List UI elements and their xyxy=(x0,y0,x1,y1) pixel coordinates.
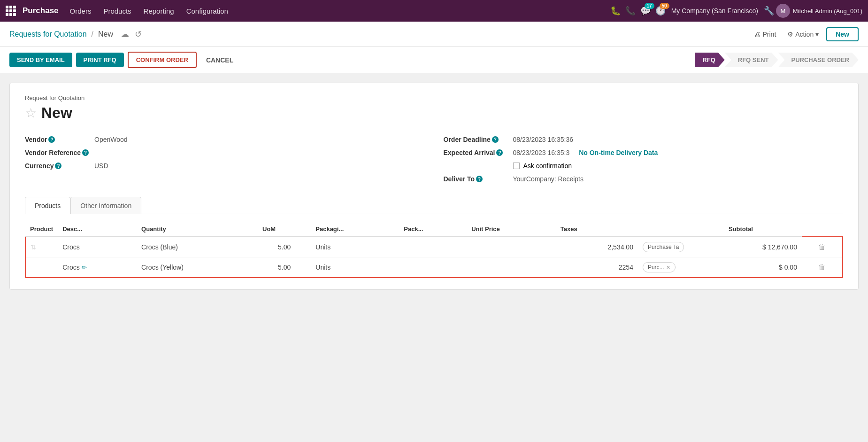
chat-icon[interactable]: 💬 17 xyxy=(640,6,651,16)
col-quantity: Quantity xyxy=(137,222,258,237)
deliver-to-value[interactable]: YourCompany: Receipts xyxy=(513,175,584,183)
vendor-ref-help[interactable]: ? xyxy=(82,149,89,156)
top-menu: Orders Products Reporting Configuration xyxy=(64,5,234,17)
bug-icon[interactable]: 🐛 xyxy=(610,6,621,16)
col-uom: UoM xyxy=(258,222,311,237)
cell-drag xyxy=(25,257,58,278)
print-rfq-button[interactable]: PRINT RFQ xyxy=(76,53,124,67)
tax-remove-icon[interactable]: ✕ xyxy=(666,264,670,271)
action-bar: SEND BY EMAIL PRINT RFQ CONFIRM ORDER CA… xyxy=(0,47,868,73)
col-pack: Pack... xyxy=(399,222,467,237)
phone-icon[interactable]: 📞 xyxy=(625,6,636,16)
activity-icon[interactable]: 🕐 50 xyxy=(655,6,666,16)
expected-arrival-field: Expected Arrival ? 08/23/2023 16:35:3 No… xyxy=(444,146,844,159)
cell-unit-price: 2254 xyxy=(556,257,638,278)
table-header-row: Product Desc... Quantity UoM Packagi... … xyxy=(25,222,843,237)
vendor-help[interactable]: ? xyxy=(48,136,55,143)
activity-badge: 50 xyxy=(660,3,669,9)
table-row[interactable]: ⇅ Crocs Crocs (Blue) 5.00 Units 2,534.00… xyxy=(25,237,843,257)
currency-value[interactable]: USD xyxy=(94,162,108,170)
undo-icon[interactable]: ↺ xyxy=(135,29,142,39)
status-flow: RFQ RFQ SENT PURCHASE ORDER xyxy=(695,53,859,67)
order-deadline-label: Order Deadline ? xyxy=(444,136,509,143)
top-navigation: Purchase Orders Products Reporting Confi… xyxy=(0,0,868,22)
deliver-to-label: Deliver To ? xyxy=(444,175,509,183)
order-deadline-field: Order Deadline ? 08/23/2023 16:35:36 xyxy=(444,133,844,146)
app-name: Purchase xyxy=(23,6,59,16)
cell-delete[interactable]: 🗑 xyxy=(802,237,843,257)
menu-products[interactable]: Products xyxy=(98,5,137,17)
settings-icon[interactable]: 🔧 xyxy=(764,6,774,16)
cell-pack xyxy=(467,237,556,257)
expected-arrival-help[interactable]: ? xyxy=(496,149,503,156)
print-button[interactable]: 🖨 Print xyxy=(750,29,780,40)
form-title-row: ☆ New xyxy=(25,104,843,122)
top-icons: 🐛 📞 💬 17 🕐 50 xyxy=(610,6,666,16)
main-content: Request for Quotation ☆ New Vendor ? Ope… xyxy=(0,73,868,440)
new-button[interactable]: New xyxy=(826,27,859,41)
table-row[interactable]: Crocs ✏ Crocs (Yellow) 5.00 Units 2254 P… xyxy=(25,257,843,278)
products-table: Product Desc... Quantity UoM Packagi... … xyxy=(25,222,843,278)
tab-products[interactable]: Products xyxy=(25,197,70,214)
secbar-icons: ☁ ↺ xyxy=(121,29,142,39)
user-menu[interactable]: M Mitchell Admin (Aug_001) xyxy=(776,4,862,18)
ask-confirmation-row: Ask confirmation xyxy=(513,162,572,170)
deliver-to-help[interactable]: ? xyxy=(476,176,483,182)
expected-arrival-value[interactable]: 08/23/2023 16:35:3 xyxy=(513,149,570,156)
vendor-ref-label: Vendor Reference ? xyxy=(25,149,91,156)
grid-icon xyxy=(6,6,16,16)
col-actions xyxy=(758,222,802,237)
delete-row-icon[interactable]: 🗑 xyxy=(818,263,826,271)
breadcrumb-current: New xyxy=(98,30,113,39)
order-deadline-help[interactable]: ? xyxy=(492,136,499,143)
favorite-icon[interactable]: ☆ xyxy=(25,105,37,121)
form-title: New xyxy=(41,104,72,122)
currency-help[interactable]: ? xyxy=(55,163,61,169)
ask-confirmation-checkbox[interactable] xyxy=(513,163,520,169)
tabs: Products Other Information xyxy=(25,197,843,214)
send-by-email-button[interactable]: SEND BY EMAIL xyxy=(9,53,72,67)
form-subtitle: Request for Quotation xyxy=(25,94,843,101)
breadcrumb-root[interactable]: Requests for Quotation xyxy=(9,30,87,39)
cell-subtotal: $ 0.00 xyxy=(758,257,802,278)
user-name: Mitchell Admin (Aug_001) xyxy=(793,8,862,15)
secbar-actions: 🖨 Print ⚙ Action ▾ New xyxy=(750,27,859,41)
cell-unit-price: 2,534.00 xyxy=(556,237,638,257)
col-taxes: Taxes xyxy=(556,222,638,237)
vendor-ref-field: Vendor Reference ? xyxy=(25,146,425,159)
vendor-value[interactable]: OpenWood xyxy=(94,136,128,143)
tax-badge[interactable]: Purc... ✕ xyxy=(643,262,676,272)
breadcrumb: Requests for Quotation / New ☁ ↺ xyxy=(9,29,746,39)
cell-product: Crocs ✏ xyxy=(58,257,137,278)
expected-arrival-label: Expected Arrival ? xyxy=(444,149,509,156)
edit-icon[interactable]: ✏ xyxy=(82,264,87,271)
order-deadline-value[interactable]: 08/23/2023 16:35:36 xyxy=(513,136,573,143)
deliver-to-field: Deliver To ? YourCompany: Receipts xyxy=(444,172,844,186)
menu-configuration[interactable]: Configuration xyxy=(181,5,234,17)
form-card: Request for Quotation ☆ New Vendor ? Ope… xyxy=(9,83,859,290)
cloud-upload-icon[interactable]: ☁ xyxy=(121,29,129,39)
cell-packaging xyxy=(399,237,467,257)
cell-description: Crocs (Yellow) xyxy=(137,257,258,278)
confirm-order-button[interactable]: CONFIRM ORDER xyxy=(128,52,197,68)
no-ontime-link[interactable]: No On-time Delivery Data xyxy=(579,149,658,156)
menu-orders[interactable]: Orders xyxy=(64,5,97,17)
action-button[interactable]: ⚙ Action ▾ xyxy=(784,29,822,40)
vendor-label: Vendor ? xyxy=(25,136,91,143)
tax-badge[interactable]: Purchase Ta xyxy=(643,242,684,252)
app-logo[interactable]: Purchase xyxy=(6,6,59,16)
cell-delete[interactable]: 🗑 xyxy=(802,257,843,278)
cancel-button[interactable]: CANCEL xyxy=(200,53,239,68)
cell-taxes: Purc... ✕ xyxy=(638,257,758,278)
drag-handle-icon[interactable]: ⇅ xyxy=(31,243,36,251)
cell-quantity: 5.00 xyxy=(258,257,311,278)
currency-label: Currency ? xyxy=(25,162,91,170)
menu-reporting[interactable]: Reporting xyxy=(138,5,180,17)
delete-row-icon[interactable]: 🗑 xyxy=(818,243,826,251)
currency-field: Currency ? USD xyxy=(25,159,425,172)
cell-packaging xyxy=(399,257,467,278)
tab-other-information[interactable]: Other Information xyxy=(70,197,141,214)
cell-uom: Units xyxy=(311,257,399,278)
status-rfq-sent: RFQ SENT xyxy=(725,53,778,67)
cell-taxes: Purchase Ta xyxy=(638,237,758,257)
